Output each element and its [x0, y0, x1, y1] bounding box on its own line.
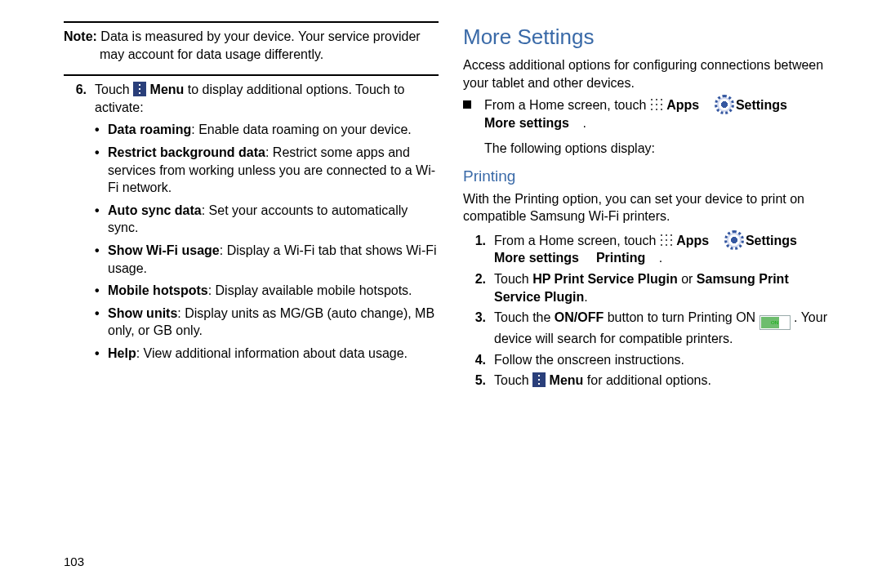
step-body: Touch Menu to display additional options…	[95, 81, 439, 367]
text: for additional options.	[587, 373, 711, 387]
period: .	[582, 116, 586, 130]
term: Data roaming	[108, 122, 191, 136]
top-divider	[64, 21, 439, 23]
list-item: Help: View additional information about …	[95, 345, 439, 363]
settings-icon	[727, 233, 742, 247]
step-list-left: 6. Touch Menu to display additional opti…	[64, 81, 439, 367]
menu-icon	[133, 82, 146, 96]
heading-printing: Printing	[463, 166, 838, 187]
step-number: 3.	[463, 309, 486, 348]
settings-label: Settings	[746, 234, 797, 247]
note: Note: Data is measured by your device. Y…	[64, 28, 439, 63]
text: From a Home screen, touch	[484, 98, 650, 112]
bottom-divider	[64, 74, 439, 76]
more-settings-label: More settings	[484, 116, 569, 130]
term: Auto sync data	[108, 203, 202, 217]
list-item: Data roaming: Enable data roaming on you…	[95, 121, 439, 139]
settings-icon	[717, 97, 732, 112]
manual-page: Note: Data is measured by your device. Y…	[0, 0, 882, 588]
step-3: 3. Touch the ON/OFF button to turn Print…	[463, 309, 838, 348]
page-number: 103	[64, 555, 84, 568]
list-item: Show Wi-Fi usage: Display a Wi-Fi tab th…	[95, 242, 439, 277]
step-body: Touch Menu for additional options.	[494, 372, 838, 390]
text: or	[681, 272, 697, 286]
step-5: 5. Touch Menu for additional options.	[463, 372, 838, 390]
step-number: 2.	[463, 270, 486, 305]
menu-label: Menu	[550, 373, 584, 387]
step-body: From a Home screen, touch Apps Settings …	[494, 232, 838, 267]
printing-desc: With the Printing option, you can set yo…	[463, 190, 838, 225]
term: Mobile hotspots	[108, 283, 208, 297]
menu-icon	[532, 372, 546, 387]
path-more: From a Home screen, touch Apps Settings …	[463, 96, 838, 158]
menu-label: Menu	[150, 82, 185, 96]
on-toggle-icon: ON	[760, 315, 791, 330]
term: Show Wi-Fi usage	[108, 243, 220, 257]
following-text: The following options display:	[484, 141, 655, 155]
hp-plugin: HP Print Service Plugin	[532, 272, 678, 286]
square-bullet-icon	[463, 100, 471, 109]
term: Restrict background data	[108, 145, 265, 159]
text: Touch the	[494, 310, 555, 324]
apps-label: Apps	[666, 98, 699, 112]
step-number: 1.	[463, 232, 486, 267]
term: Show units	[108, 306, 177, 320]
desc: : View additional information about data…	[136, 346, 408, 360]
step-body: Follow the onscreen instructions.	[494, 351, 838, 369]
path-body: From a Home screen, touch Apps Settings …	[484, 96, 787, 158]
step-1: 1. From a Home screen, touch Apps Settin…	[463, 232, 838, 267]
period: .	[659, 251, 662, 265]
term: Help	[108, 346, 136, 360]
text: Touch	[95, 82, 133, 96]
period: .	[584, 290, 587, 304]
note-label: Note:	[64, 29, 97, 43]
step-number: 5.	[463, 372, 486, 390]
text: Touch	[494, 272, 532, 286]
step-body: Touch HP Print Service Plugin or Samsung…	[494, 270, 838, 305]
step-2: 2. Touch HP Print Service Plugin or Sams…	[463, 270, 838, 305]
right-column: More Settings Access additional options …	[463, 21, 838, 567]
text: button to turn Printing ON	[608, 310, 760, 324]
apps-icon	[650, 98, 663, 111]
step-4: 4. Follow the onscreen instructions.	[463, 351, 838, 369]
list-item: Show units: Display units as MG/GB (auto…	[95, 305, 439, 340]
desc: : Display available mobile hotspots.	[208, 283, 412, 297]
printing-label: Printing	[596, 251, 645, 265]
step-body: Touch the ON/OFF button to turn Printing…	[494, 309, 838, 348]
settings-label: Settings	[736, 98, 787, 112]
heading-more-settings: More Settings	[463, 23, 838, 51]
apps-label: Apps	[676, 234, 709, 247]
list-item: Auto sync data: Set your accounts to aut…	[95, 202, 439, 237]
list-item: Mobile hotspots: Display available mobil…	[95, 282, 439, 300]
left-column: Note: Data is measured by your device. Y…	[64, 21, 439, 567]
text: From a Home screen, touch	[494, 234, 660, 247]
option-list: Data roaming: Enable data roaming on you…	[95, 121, 439, 362]
note-text-2: may account for data usage differently.	[100, 46, 439, 64]
note-text-1: Data is measured by your device. Your se…	[97, 29, 421, 43]
onoff-label: ON/OFF	[555, 310, 604, 324]
step-6: 6. Touch Menu to display additional opti…	[64, 81, 439, 367]
step-number: 6.	[64, 81, 87, 367]
apps-icon	[660, 234, 673, 247]
more-settings-label: More settings	[494, 251, 579, 265]
desc: : Enable data roaming on your device.	[191, 122, 412, 136]
printing-steps: 1. From a Home screen, touch Apps Settin…	[463, 232, 838, 390]
text: Touch	[494, 373, 532, 387]
step-number: 4.	[463, 351, 486, 369]
more-settings-desc: Access additional options for configurin…	[463, 56, 838, 91]
list-item: Restrict background data: Restrict some …	[95, 144, 439, 197]
